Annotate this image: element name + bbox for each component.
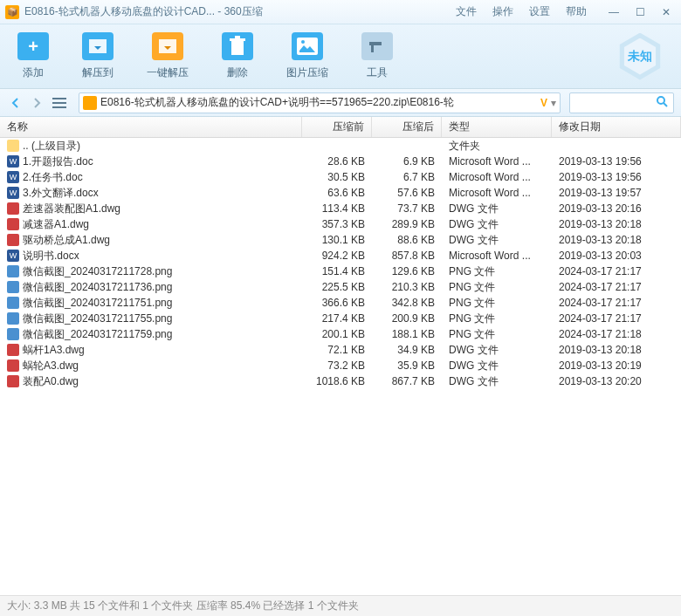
- header-name[interactable]: 名称: [0, 117, 302, 137]
- file-size-before: 72.1 KB: [302, 344, 372, 356]
- svg-point-1: [301, 40, 305, 44]
- file-type: DWG 文件: [442, 343, 552, 358]
- app-icon: 📦: [5, 5, 19, 19]
- file-row[interactable]: W2.任务书.doc30.5 KB6.7 KBMicrosoft Word ..…: [0, 169, 681, 185]
- png-icon: [7, 328, 19, 340]
- file-name: 装配A0.dwg: [23, 374, 79, 389]
- menu-operate[interactable]: 操作: [492, 4, 513, 19]
- file-size-after: 210.3 KB: [372, 281, 442, 293]
- file-date: 2024-03-17 21:17: [552, 281, 681, 293]
- nav-list-button[interactable]: [49, 94, 70, 112]
- file-size-after: 867.7 KB: [372, 375, 442, 387]
- tools-button[interactable]: 工具: [361, 32, 393, 80]
- file-date: 2024-03-17 21:17: [552, 312, 681, 325]
- extract-icon: [82, 32, 114, 60]
- file-date: 2019-03-13 20:18: [552, 234, 681, 246]
- file-size-before: 217.4 KB: [302, 312, 372, 325]
- search-icon: [656, 95, 668, 110]
- file-date: 2019-03-13 20:03: [552, 250, 681, 262]
- header-type[interactable]: 类型: [442, 117, 552, 137]
- file-row[interactable]: W3.外文翻译.docx63.6 KB57.6 KBMicrosoft Word…: [0, 185, 681, 201]
- png-icon: [7, 312, 19, 325]
- file-name: 微信截图_20240317211751.png: [23, 296, 172, 311]
- path-dropdown-icon[interactable]: ▾: [551, 97, 556, 109]
- image-compress-icon: [292, 32, 323, 60]
- nav-forward-button[interactable]: [28, 94, 45, 112]
- add-label: 添加: [23, 65, 44, 80]
- file-row[interactable]: 微信截图_20240317211759.png200.1 KB188.1 KBP…: [0, 326, 681, 342]
- file-name: 3.外文翻译.docx: [23, 186, 99, 201]
- file-type: DWG 文件: [442, 202, 552, 216]
- menu-file[interactable]: 文件: [456, 4, 477, 19]
- file-row[interactable]: 蜗杆1A3.dwg72.1 KB34.9 KBDWG 文件2019-03-13 …: [0, 342, 681, 358]
- file-row[interactable]: 微信截图_20240317211755.png217.4 KB200.9 KBP…: [0, 311, 681, 326]
- file-size-before: 151.4 KB: [302, 265, 372, 277]
- file-size-after: 6.7 KB: [372, 171, 442, 183]
- path-text: E0816-轮式机器人移动底盘的设计CAD+说明书==571965=220.zi…: [100, 95, 537, 110]
- maximize-button[interactable]: ☐: [630, 4, 650, 20]
- file-row[interactable]: 装配A0.dwg1018.6 KB867.7 KBDWG 文件2019-03-1…: [0, 373, 681, 389]
- file-date: 2024-03-17 21:18: [552, 328, 681, 340]
- path-input[interactable]: E0816-轮式机器人移动底盘的设计CAD+说明书==571965=220.zi…: [79, 92, 561, 113]
- nav-back-button[interactable]: [7, 94, 24, 112]
- file-row[interactable]: W1.开题报告.doc28.6 KB6.9 KBMicrosoft Word .…: [0, 154, 681, 169]
- file-size-after: 289.9 KB: [372, 218, 442, 230]
- add-button[interactable]: + 添加: [17, 32, 49, 80]
- file-type: Microsoft Word ...: [442, 155, 552, 168]
- toolbar: + 添加 解压到 一键解压 删除 图片压缩 工具 未知: [0, 24, 681, 89]
- window-controls: — ☐ ✕: [604, 4, 676, 20]
- search-input[interactable]: [569, 92, 674, 113]
- file-type: Microsoft Word ...: [442, 250, 552, 262]
- file-size-after: 88.6 KB: [372, 234, 442, 246]
- doc-icon: W: [7, 155, 19, 168]
- file-row[interactable]: W说明书.docx924.2 KB857.8 KBMicrosoft Word …: [0, 248, 681, 264]
- file-date: 2019-03-13 19:57: [552, 187, 681, 199]
- extract-button[interactable]: 解压到: [82, 32, 114, 80]
- menu-help[interactable]: 帮助: [566, 4, 587, 19]
- oneclick-extract-button[interactable]: 一键解压: [147, 32, 189, 80]
- file-date: 2019-03-13 20:20: [552, 375, 681, 387]
- file-list: .. (上级目录)文件夹W1.开题报告.doc28.6 KB6.9 KBMicr…: [0, 138, 681, 595]
- dwg-icon: [7, 202, 19, 215]
- file-row[interactable]: 微信截图_20240317211728.png151.4 KB129.6 KBP…: [0, 264, 681, 279]
- file-row[interactable]: 微信截图_20240317211736.png225.5 KB210.3 KBP…: [0, 279, 681, 295]
- file-row[interactable]: 减速器A1.dwg357.3 KB289.9 KBDWG 文件2019-03-1…: [0, 216, 681, 232]
- file-type: 文件夹: [442, 139, 552, 154]
- header-after[interactable]: 压缩后: [372, 117, 442, 137]
- file-name: 微信截图_20240317211736.png: [23, 280, 172, 295]
- file-row[interactable]: 驱动桥总成A1.dwg130.1 KB88.6 KBDWG 文件2019-03-…: [0, 232, 681, 248]
- file-size-before: 924.2 KB: [302, 250, 372, 262]
- tools-icon: [361, 32, 393, 60]
- file-row[interactable]: 微信截图_20240317211751.png366.6 KB342.8 KBP…: [0, 295, 681, 311]
- file-name: 驱动桥总成A1.dwg: [23, 233, 110, 248]
- dwg-icon: [7, 218, 19, 230]
- delete-label: 删除: [227, 65, 248, 80]
- file-row[interactable]: 蜗轮A3.dwg73.2 KB35.9 KBDWG 文件2019-03-13 2…: [0, 358, 681, 373]
- dwg-icon: [7, 234, 19, 246]
- file-type: DWG 文件: [442, 233, 552, 248]
- minimize-button[interactable]: —: [604, 4, 623, 20]
- oneclick-icon: [152, 32, 183, 60]
- header-date[interactable]: 修改日期: [552, 117, 681, 137]
- file-size-before: 225.5 KB: [302, 281, 372, 293]
- doc-icon: W: [7, 187, 19, 199]
- file-row[interactable]: 差速器装配图A1.dwg113.4 KB73.7 KBDWG 文件2019-03…: [0, 201, 681, 216]
- menu-settings[interactable]: 设置: [529, 4, 550, 19]
- status-text: 大小: 3.3 MB 共 15 个文件和 1 个文件夹 压缩率 85.4% 已经…: [7, 599, 359, 613]
- delete-button[interactable]: 删除: [222, 32, 253, 80]
- png-icon: [7, 265, 19, 277]
- tools-label: 工具: [367, 65, 388, 80]
- file-type: PNG 文件: [442, 311, 552, 326]
- file-type: Microsoft Word ...: [442, 171, 552, 183]
- header-before[interactable]: 压缩前: [302, 117, 372, 137]
- file-row[interactable]: .. (上级目录)文件夹: [0, 138, 681, 154]
- file-name: 微信截图_20240317211759.png: [23, 327, 172, 342]
- file-date: 2019-03-13 19:56: [552, 171, 681, 183]
- close-button[interactable]: ✕: [657, 4, 676, 20]
- file-size-after: 73.7 KB: [372, 202, 442, 215]
- image-compress-button[interactable]: 图片压缩: [286, 32, 328, 80]
- file-name: 说明书.docx: [23, 249, 79, 264]
- window-title: E0816-轮式机器人移动底盘的设计CAD... - 360压缩: [24, 4, 263, 19]
- delete-icon: [222, 32, 253, 60]
- status-badge[interactable]: 未知: [616, 33, 664, 80]
